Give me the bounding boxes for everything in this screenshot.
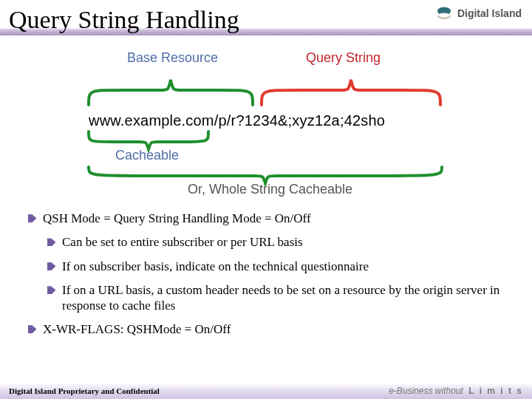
footer-tagline: e-Business without L i m i t s xyxy=(389,386,523,396)
page-title: Query String Handling xyxy=(9,7,239,35)
list-item: If on subscriber basis, indicate on the … xyxy=(27,259,505,274)
svg-point-2 xyxy=(438,13,449,18)
brand-logo: Digital Island xyxy=(435,4,522,22)
footer-tagline-caps: L i m i t s xyxy=(468,386,523,396)
footer-tagline-italic: e-Business without xyxy=(389,386,463,396)
url-diagram: Base Resource Query String www.example.c… xyxy=(81,49,451,204)
list-item: If on a URL basis, a custom header needs… xyxy=(27,283,505,313)
list-item: X-WR-FLAGS: QSHMode = On/Off xyxy=(27,322,505,337)
brand-name: Digital Island xyxy=(457,7,522,19)
list-item: QSH Mode = Query String Handling Mode = … xyxy=(27,211,505,226)
bullet-list: QSH Mode = Query String Handling Mode = … xyxy=(0,211,532,337)
globe-icon xyxy=(435,4,453,22)
title-bar: Query String Handling Digital Island xyxy=(0,0,532,37)
footer-bar: Digital Island Proprietary and Confident… xyxy=(0,383,532,399)
footer-confidential: Digital Island Proprietary and Confident… xyxy=(9,386,160,395)
query-string-label: Query String xyxy=(306,50,381,66)
example-url: www.example.com/p/r?1234&;xyz12a;42sho xyxy=(89,112,385,129)
brace-top-right-icon xyxy=(259,75,443,108)
base-resource-label: Base Resource xyxy=(127,50,218,66)
brace-top-left-icon xyxy=(86,75,256,108)
cacheable-label: Cacheable xyxy=(115,148,179,163)
list-item: Can be set to entire subscriber or per U… xyxy=(27,235,505,250)
whole-string-label: Or, Whole String Cacheable xyxy=(188,182,352,197)
